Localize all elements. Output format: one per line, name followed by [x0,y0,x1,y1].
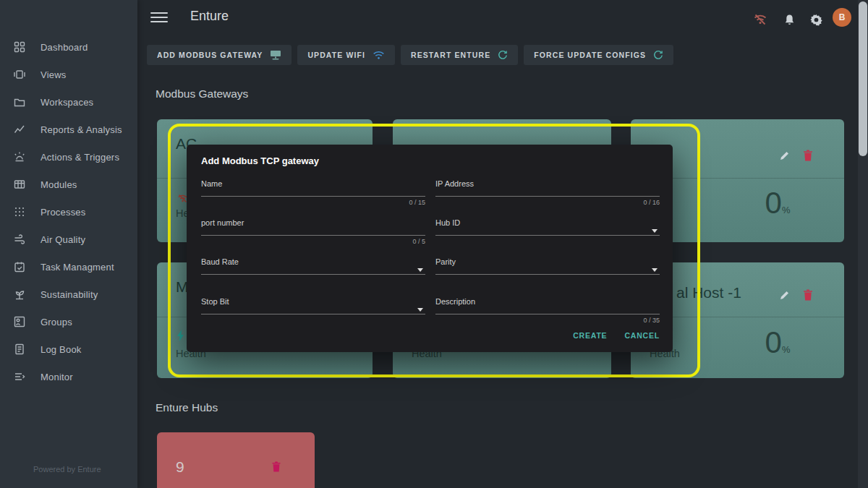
char-counter: 0 / 35 [643,317,660,324]
sidebar-item-label: Workspaces [41,97,93,108]
flow-icon [13,370,26,383]
chevron-down-icon [652,268,658,272]
force-update-configs-label: FORCE UPDATE CONFIGS [534,51,646,59]
menu-icon[interactable] [150,12,168,22]
cancel-button[interactable]: CANCEL [624,331,660,340]
sidebar-item-label: Monitor [41,372,73,382]
sidebar-item-views[interactable]: Views [0,61,137,88]
create-button[interactable]: CREATE [573,331,607,340]
dots-grid-icon [13,205,26,218]
groups-icon [13,315,26,328]
edit-pencil-icon[interactable] [779,150,791,161]
add-modbus-tcp-gateway-dialog: Add Modbus TCP gateway Name 0 / 15 IP Ad… [187,145,673,352]
delete-trash-icon[interactable] [803,289,814,301]
chart-line-icon [13,123,26,136]
avatar[interactable]: B [833,8,851,27]
description-field[interactable]: Description 0 / 35 [435,297,660,306]
input-underline [201,196,425,197]
name-field-label: Name [201,179,425,188]
percent-unit: % [782,205,791,215]
sidebar-item-label: Groups [41,317,72,328]
sidebar-item-label: Views [41,69,66,80]
wifi-off-icon[interactable] [752,12,768,27]
enture-hubs-heading: Enture Hubs [156,401,218,414]
input-underline [201,235,425,236]
parity-select[interactable]: Parity [435,257,660,266]
alarm-icon [13,150,26,163]
sprout-icon [13,288,26,301]
chevron-down-icon [417,268,423,272]
sidebar-item-label: Air Quality [41,234,85,245]
scrollbar-thumb[interactable] [859,1,867,156]
settings-gear-icon[interactable] [808,12,824,27]
sidebar-item-air-quality[interactable]: Air Quality [0,226,137,253]
force-update-configs-button[interactable]: FORCE UPDATE CONFIGS [524,45,673,65]
delete-trash-icon[interactable] [271,461,281,472]
folder-icon [13,95,26,108]
gateway-usage-percent: 0% [752,187,803,220]
name-field[interactable]: Name 0 / 15 [201,179,425,188]
table-grid-icon [13,178,26,191]
add-modbus-gateway-button[interactable]: ADD MODBUS GATEWAY [147,45,292,65]
hub-id-select-label: Hub ID [435,218,660,227]
add-modbus-gateway-label: ADD MODBUS GATEWAY [157,51,263,59]
sidebar-item-label: Sustainability [41,289,98,300]
sidebar-item-actions-triggers[interactable]: Actions & Triggers [0,143,137,171]
sidebar-item-label: Actions & Triggers [41,152,119,163]
port-number-field[interactable]: port number 0 / 5 [201,218,425,227]
stop-bit-select[interactable]: Stop Bit [201,297,425,306]
sidebar-item-label: Log Book [41,344,82,355]
notifications-bell-icon[interactable] [781,12,797,27]
gateway-name: al Host -1 [676,284,741,301]
restart-icon [498,50,508,60]
hub-number: 9 [176,458,184,476]
percent-value: 0 [765,325,782,359]
sidebar-item-modules[interactable]: Modules [0,171,137,198]
input-underline [435,196,660,197]
sidebar-item-sustainability[interactable]: Sustainability [0,281,137,308]
sidebar-item-processes[interactable]: Processes [0,198,137,226]
sidebar-item-log-book[interactable]: Log Book [0,335,137,363]
calendar-check-icon [13,260,26,273]
hub-card: 9 [157,432,315,488]
sidebar-item-dashboard[interactable]: Dashboard [0,33,137,61]
restart-enture-label: RESTART ENTURE [411,51,490,59]
input-underline [201,274,425,275]
scrollbar-track[interactable] [858,0,868,488]
char-counter: 0 / 5 [412,238,425,245]
edit-pencil-icon[interactable] [779,289,791,301]
sidebar-item-label: Modules [41,179,77,190]
input-underline [435,274,660,275]
char-counter: 0 / 16 [643,199,660,206]
restart-icon [653,50,663,60]
update-wifi-label: UPDATE WIFI [307,51,365,59]
input-underline [435,314,660,314]
ip-address-field-label: IP Address [435,179,660,188]
percent-value: 0 [765,186,782,220]
chevron-down-icon [417,308,423,312]
sidebar-item-reports[interactable]: Reports & Analysis [0,116,137,143]
ip-address-field[interactable]: IP Address 0 / 16 [435,179,660,188]
dialog-title: Add Modbus TCP gateway [201,155,319,166]
sidebar-item-groups[interactable]: Groups [0,308,137,335]
percent-unit: % [782,344,791,355]
dashboard-icon [13,40,26,53]
char-counter: 0 / 15 [409,199,425,206]
wind-icon [13,233,26,246]
restart-enture-button[interactable]: RESTART ENTURE [401,45,518,65]
baud-rate-select-label: Baud Rate [201,257,425,266]
sidebar-item-label: Dashboard [41,42,88,53]
delete-trash-icon[interactable] [803,150,814,161]
views-icon [13,68,26,81]
baud-rate-select[interactable]: Baud Rate [201,257,425,266]
update-wifi-button[interactable]: UPDATE WIFI [297,45,395,65]
toolbar: ADD MODBUS GATEWAY UPDATE WIFI RESTART E… [147,45,673,65]
powered-by-text: Powered by Enture [33,465,101,474]
sidebar-item-workspaces[interactable]: Workspaces [0,88,137,116]
sidebar-item-monitor[interactable]: Monitor [0,363,137,390]
wifi-icon [373,51,385,60]
sidebar-item-task-management[interactable]: Task Managment [0,253,137,281]
sidebar-item-label: Task Managment [41,262,114,273]
port-number-field-label: port number [201,218,425,227]
hub-id-select[interactable]: Hub ID [435,218,660,227]
